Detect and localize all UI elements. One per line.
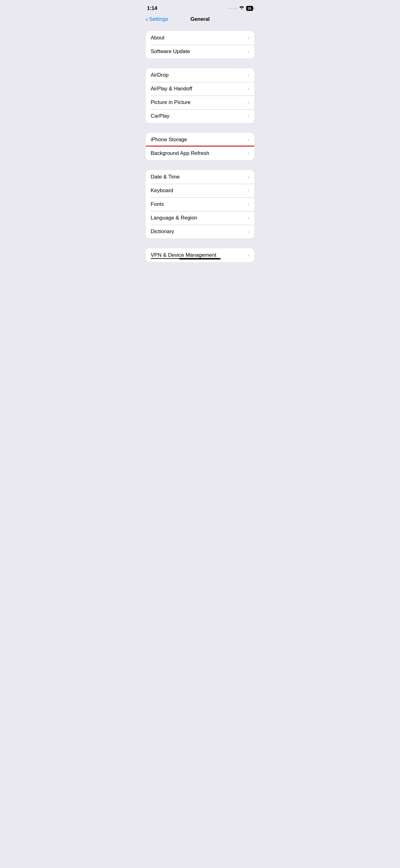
about-item[interactable]: About › [146,31,254,45]
back-label: Settings [149,16,168,22]
picture-in-picture-item[interactable]: Picture in Picture › [146,96,254,109]
carplay-item[interactable]: CarPlay › [146,109,254,123]
status-icons: 55 [228,6,254,11]
background-app-refresh-item[interactable]: Background App Refresh › [146,147,254,160]
software-update-item[interactable]: Software Update › [146,45,254,58]
language-region-item[interactable]: Language & Region › [146,211,254,225]
airdrop-label: AirDrop [151,72,169,78]
keyboard-item[interactable]: Keyboard › [146,184,254,197]
settings-group-1: About › Software Update › [146,31,254,58]
dictionary-label: Dictionary [151,228,174,235]
iphone-storage-item[interactable]: iPhone Storage › [146,133,254,147]
iphone-storage-chevron: › [248,137,249,143]
fonts-chevron: › [248,202,249,207]
background-app-refresh-label: Background App Refresh [151,150,209,156]
page-title: General [190,16,210,22]
language-region-chevron: › [248,215,249,221]
background-app-refresh-chevron: › [248,151,249,156]
vpn-device-management-item[interactable]: VPN & Device Management › [146,248,254,262]
carplay-chevron: › [248,113,249,119]
iphone-storage-label: iPhone Storage [151,136,187,143]
settings-group-3: iPhone Storage › Background App Refresh … [146,133,254,160]
about-chevron: › [248,35,249,41]
settings-group-4: Date & Time › Keyboard › Fonts › Languag… [146,170,254,239]
settings-group-2: AirDrop › AirPlay & Handoff › Picture in… [146,68,254,123]
date-time-label: Date & Time [151,174,180,180]
back-chevron-icon: ‹ [146,16,148,23]
airplay-handoff-item[interactable]: AirPlay & Handoff › [146,82,254,96]
picture-in-picture-label: Picture in Picture [151,99,191,105]
airdrop-item[interactable]: AirDrop › [146,68,254,82]
home-indicator [179,258,221,259]
vpn-device-management-label: VPN & Device Management [151,252,216,258]
settings-content: About › Software Update › AirDrop › AirP… [139,26,261,267]
carplay-label: CarPlay [151,113,169,119]
airdrop-chevron: › [248,72,249,78]
status-bar: 1:14 55 [139,0,261,15]
date-time-chevron: › [248,174,249,180]
nav-bar: ‹ Settings General [139,15,261,26]
keyboard-chevron: › [248,188,249,193]
dictionary-item[interactable]: Dictionary › [146,225,254,239]
keyboard-label: Keyboard [151,187,173,194]
status-time: 1:14 [147,5,157,11]
fonts-item[interactable]: Fonts › [146,197,254,211]
battery-icon: 55 [246,6,254,11]
software-update-label: Software Update [151,49,190,55]
software-update-chevron: › [248,49,249,54]
language-region-label: Language & Region [151,215,197,221]
about-label: About [151,35,164,41]
dictionary-chevron: › [248,229,249,235]
date-time-item[interactable]: Date & Time › [146,170,254,184]
back-button[interactable]: ‹ Settings [146,16,168,23]
airplay-handoff-label: AirPlay & Handoff [151,86,192,92]
signal-icon [228,8,237,9]
wifi-icon [239,6,244,11]
picture-in-picture-chevron: › [248,100,249,105]
settings-group-5: VPN & Device Management › [146,248,254,262]
airplay-handoff-chevron: › [248,86,249,92]
fonts-label: Fonts [151,201,164,207]
vpn-device-management-chevron: › [248,252,249,258]
